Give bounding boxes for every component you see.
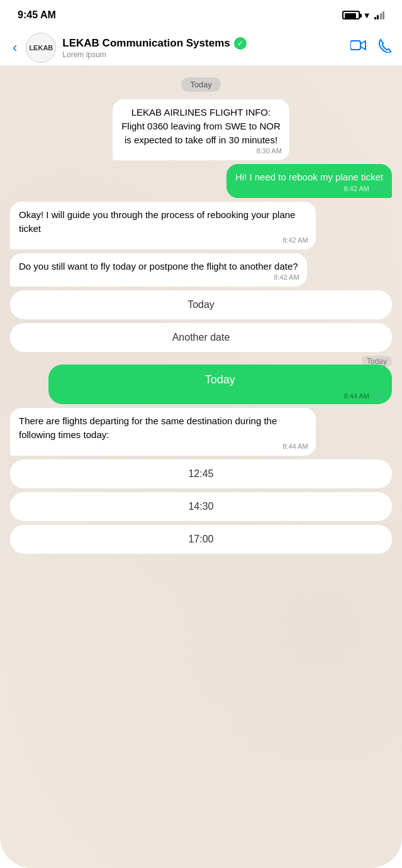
message-flight-info: LEKAB AIRLINES FLIGHT INFO: Flight 0360 …: [113, 99, 289, 160]
message-rebook-time: 8:42 AM ✓✓: [344, 184, 384, 194]
phone-frame: 9:45 AM ▼ ‹ LEKAB LEKAB Communication Sy…: [0, 0, 402, 868]
quick-reply-1700[interactable]: 17:00: [10, 525, 392, 554]
video-call-button[interactable]: [350, 40, 367, 56]
signal-bar-4: [382, 11, 384, 19]
message-sent-today: Today 8:44 AM ✓✓: [48, 365, 392, 404]
svg-rect-0: [350, 41, 360, 50]
nav-subtitle: Lorem ipsum: [62, 50, 344, 59]
battery-icon: [342, 11, 360, 19]
message-sent-today-time: 8:44 AM ✓✓: [344, 392, 384, 400]
message-sent-today-text: Today: [205, 373, 235, 386]
date-divider: Today: [10, 77, 392, 92]
message-flight-info-time: 8:30 AM: [256, 146, 281, 157]
message-flight-info-text: LEKAB AIRLINES FLIGHT INFO: Flight 0360 …: [121, 107, 281, 145]
nav-bar: ‹ LEKAB LEKAB Communication Systems ✓ Lo…: [0, 28, 402, 66]
contact-name: LEKAB Communication Systems: [62, 37, 230, 50]
message-rebook-request: Hi! I need to rebook my plane ticket 8:4…: [226, 164, 392, 198]
message-rebook-text: Hi! I need to rebook my plane ticket: [235, 172, 383, 182]
avatar-text: LEKAB: [29, 44, 53, 52]
quick-replies-row-2: 12:45 14:30 17:00: [10, 459, 392, 554]
quick-reply-1245[interactable]: 12:45: [10, 459, 392, 488]
message-flights-text: There are flights departing for the same…: [19, 415, 277, 440]
message-fly-today-time: 8:42 AM: [274, 273, 299, 283]
signal-bar-2: [377, 15, 379, 19]
message-guide-intro: Okay! I will guide you through the proce…: [10, 202, 316, 250]
message-flights-time: 8:44 AM: [282, 442, 308, 452]
status-icons: ▼: [342, 11, 384, 20]
nav-actions: [350, 39, 392, 57]
back-button[interactable]: ‹: [10, 40, 20, 56]
sent-tick-2: ✓: [378, 392, 384, 400]
nav-title-block: LEKAB Communication Systems ✓ Lorem ipsu…: [62, 37, 344, 59]
quick-reply-today[interactable]: Today: [10, 290, 392, 319]
read-ticks: ✓✓: [371, 184, 384, 194]
sent-tick-1: ✓: [371, 392, 377, 400]
status-bar: 9:45 AM ▼: [0, 0, 402, 28]
signal-bar-3: [380, 13, 382, 19]
phone-call-button[interactable]: [378, 39, 392, 57]
message-guide-time: 8:42 AM: [282, 236, 308, 246]
quick-replies-row-1: Today Another date: [10, 290, 392, 352]
sent-today-ticks: ✓✓: [371, 392, 384, 400]
wifi-icon: ▼: [363, 11, 371, 20]
message-fly-today-text: Do you still want to fly today or postpo…: [19, 261, 298, 272]
nav-title-row: LEKAB Communication Systems ✓: [62, 37, 344, 50]
message-fly-today-question: Do you still want to fly today or postpo…: [10, 253, 307, 287]
quick-reply-1430[interactable]: 14:30: [10, 492, 392, 521]
verified-checkmark: ✓: [237, 39, 243, 48]
message-flights-available: There are flights departing for the same…: [10, 408, 316, 456]
quick-reply-another-date[interactable]: Another date: [10, 323, 392, 352]
tick-2: ✓: [378, 184, 384, 194]
signal-bar-1: [374, 17, 376, 19]
tick-1: ✓: [371, 184, 377, 194]
signal-icon: [374, 11, 385, 19]
avatar: LEKAB: [26, 33, 56, 63]
date-pill: Today: [181, 77, 221, 92]
chat-area: Today LEKAB AIRLINES FLIGHT INFO: Flight…: [0, 66, 402, 868]
message-guide-text: Okay! I will guide you through the proce…: [19, 209, 295, 234]
verified-badge: ✓: [234, 37, 247, 50]
status-time: 9:45 AM: [18, 9, 56, 21]
